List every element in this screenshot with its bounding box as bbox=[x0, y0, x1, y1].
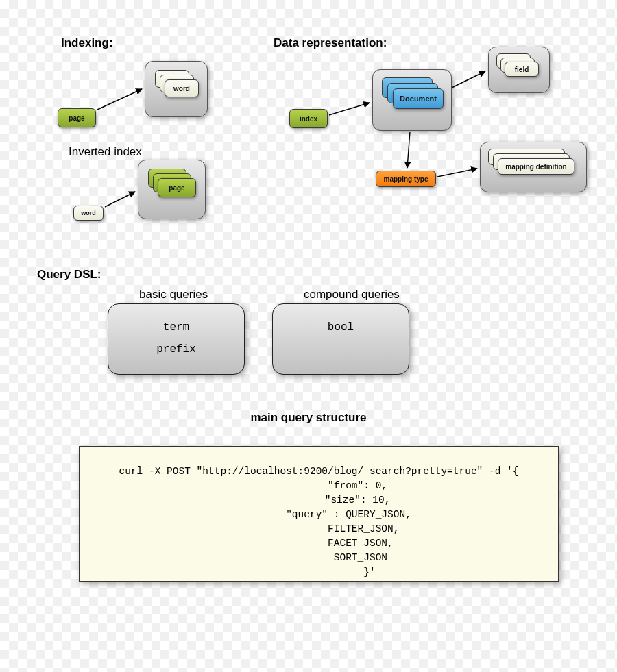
heading-inverted-index: Inverted index bbox=[69, 145, 142, 159]
container-word-stack: word bbox=[145, 61, 208, 117]
node-page: page bbox=[58, 108, 96, 127]
container-mapping-definition: mapping definition bbox=[480, 142, 587, 192]
container-document-stack: Document bbox=[372, 69, 452, 131]
svg-line-1 bbox=[105, 192, 135, 207]
svg-line-3 bbox=[452, 71, 485, 88]
label-compound-queries: compound queries bbox=[304, 288, 400, 301]
container-field-stack: field bbox=[488, 47, 550, 93]
heading-query-dsl: Query DSL: bbox=[37, 268, 101, 282]
node-word-small: word bbox=[73, 206, 104, 221]
node-document: Document bbox=[393, 88, 444, 109]
node-page-stack: page bbox=[158, 178, 196, 197]
node-mapping-definition: mapping definition bbox=[498, 158, 574, 175]
panel-basic-queries: term prefix bbox=[108, 303, 245, 375]
codeblock-main-query: curl -X POST "http://localhost:9200/blog… bbox=[79, 446, 559, 582]
basic-query-prefix: prefix bbox=[108, 338, 244, 360]
node-word-stack: word bbox=[165, 79, 199, 97]
compound-query-bool: bool bbox=[273, 316, 409, 338]
heading-indexing: Indexing: bbox=[61, 36, 113, 50]
panel-compound-queries: bool bbox=[272, 303, 409, 375]
node-field: field bbox=[505, 62, 539, 77]
heading-data-representation: Data representation: bbox=[274, 36, 387, 50]
node-index: index bbox=[289, 109, 328, 128]
label-basic-queries: basic queries bbox=[139, 288, 208, 301]
heading-main-query-structure: main query structure bbox=[0, 411, 617, 425]
svg-line-4 bbox=[407, 132, 410, 168]
basic-query-term: term bbox=[108, 316, 244, 338]
svg-line-2 bbox=[329, 103, 370, 115]
svg-line-5 bbox=[437, 169, 477, 177]
svg-line-0 bbox=[97, 89, 142, 110]
node-mapping-type: mapping type bbox=[376, 171, 436, 187]
container-page-stack: page bbox=[138, 160, 206, 219]
